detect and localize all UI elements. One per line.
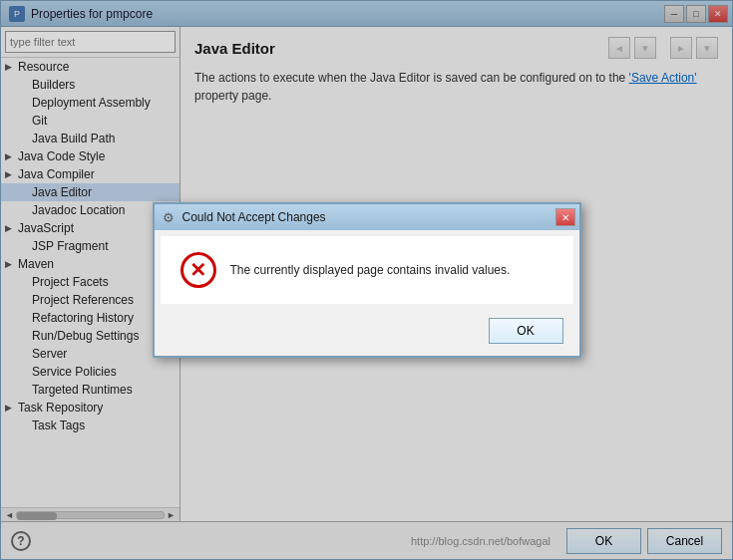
dialog-message: The currently displayed page contains in… — [230, 263, 511, 277]
dialog-body: ✕ The currently displayed page contains … — [161, 236, 573, 304]
dialog-close-button[interactable]: ✕ — [555, 208, 575, 226]
error-icon: ✕ — [181, 252, 216, 288]
dialog-title: Could Not Accept Changes — [183, 210, 326, 224]
dialog-title-bar: ⚙ Could Not Accept Changes ✕ — [155, 204, 579, 230]
dialog-gear-icon: ⚙ — [161, 209, 177, 225]
gear-icon: ⚙ — [163, 210, 175, 225]
error-dialog: ⚙ Could Not Accept Changes ✕ ✕ The curre… — [153, 202, 581, 358]
error-x-mark: ✕ — [189, 260, 206, 280]
dialog-title-left: ⚙ Could Not Accept Changes — [161, 209, 326, 225]
dialog-ok-button[interactable]: OK — [489, 318, 563, 344]
dialog-footer: OK — [155, 310, 579, 356]
dialog-overlay: ⚙ Could Not Accept Changes ✕ ✕ The curre… — [0, 0, 733, 560]
